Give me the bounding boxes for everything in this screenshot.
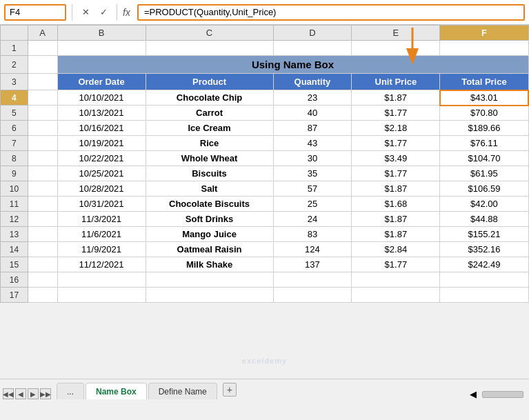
cell-quantity-8[interactable]: 30: [273, 151, 352, 166]
cell-date-5[interactable]: 10/13/2021: [57, 106, 146, 121]
cell-date-10[interactable]: 10/28/2021: [57, 181, 146, 197]
cell-total-price-14[interactable]: $352.16: [440, 242, 528, 257]
cell-total-price-5[interactable]: $70.80: [440, 106, 528, 121]
scroll-bar[interactable]: [482, 391, 523, 398]
cell-e1[interactable]: [352, 41, 440, 56]
cell-product-8[interactable]: Whole Wheat: [146, 151, 273, 166]
cell-d-17[interactable]: [273, 288, 352, 303]
cell-c1[interactable]: [146, 41, 273, 56]
cell-a-17[interactable]: [28, 288, 57, 303]
cell-a1[interactable]: [28, 41, 57, 56]
cell-product-7[interactable]: Rice: [146, 136, 273, 151]
tab-define-name[interactable]: Define Name: [148, 383, 217, 399]
cell-date-4[interactable]: 10/10/2021: [57, 90, 146, 106]
cell-quantity-11[interactable]: 25: [273, 197, 352, 212]
cell-product-4[interactable]: Chocolate Chip: [146, 90, 273, 106]
cell-unit-price-14[interactable]: $2.84: [352, 242, 440, 257]
cell-unit-price-10[interactable]: $1.87: [352, 181, 440, 197]
col-header-b[interactable]: B: [57, 26, 146, 41]
cell-unit-price-4[interactable]: $1.87: [352, 90, 440, 106]
cell-date-12[interactable]: 11/3/2021: [57, 212, 146, 227]
cell-f-17[interactable]: [440, 288, 528, 303]
confirm-icon[interactable]: ✓: [96, 5, 111, 20]
cell-quantity-4[interactable]: 23: [273, 90, 352, 106]
cell-f-16[interactable]: [440, 272, 528, 288]
cell-b-17[interactable]: [57, 288, 146, 303]
tab-nav-left-left[interactable]: ◀◀: [3, 388, 14, 399]
cell-date-9[interactable]: 10/25/2021: [57, 166, 146, 181]
tab-nav-left[interactable]: ◀: [15, 388, 26, 399]
tab-name-box[interactable]: Name Box: [86, 383, 147, 399]
cell-product-5[interactable]: Carrot: [146, 106, 273, 121]
cell-date-15[interactable]: 11/12/2021: [57, 257, 146, 272]
cell-a8[interactable]: [28, 151, 57, 166]
cell-a11[interactable]: [28, 197, 57, 212]
cell-a15[interactable]: [28, 257, 57, 272]
cell-a3[interactable]: [28, 74, 57, 90]
cell-date-7[interactable]: 10/19/2021: [57, 136, 146, 151]
cell-date-8[interactable]: 10/22/2021: [57, 151, 146, 166]
cell-a12[interactable]: [28, 212, 57, 227]
cell-unit-price-8[interactable]: $3.49: [352, 151, 440, 166]
cell-quantity-12[interactable]: 24: [273, 212, 352, 227]
cell-unit-price-12[interactable]: $1.87: [352, 212, 440, 227]
cell-total-price-8[interactable]: $104.70: [440, 151, 528, 166]
name-box[interactable]: F4: [4, 4, 66, 21]
cell-product-14[interactable]: Oatmeal Raisin: [146, 242, 273, 257]
cell-a-16[interactable]: [28, 272, 57, 288]
cell-a5[interactable]: [28, 106, 57, 121]
cell-unit-price-11[interactable]: $1.68: [352, 197, 440, 212]
col-header-c[interactable]: C: [146, 26, 273, 41]
cell-e-16[interactable]: [352, 272, 440, 288]
cell-quantity-10[interactable]: 57: [273, 181, 352, 197]
cell-b1[interactable]: [57, 41, 146, 56]
cell-unit-price-7[interactable]: $1.77: [352, 136, 440, 151]
col-header-e[interactable]: E: [352, 26, 440, 41]
tab-ellipsis[interactable]: ...: [57, 383, 84, 399]
cell-total-price-11[interactable]: $42.00: [440, 197, 528, 212]
cell-unit-price-13[interactable]: $1.87: [352, 227, 440, 242]
cell-total-price-12[interactable]: $44.88: [440, 212, 528, 227]
cell-date-13[interactable]: 11/6/2021: [57, 227, 146, 242]
add-sheet-button[interactable]: +: [223, 383, 237, 397]
col-header-f[interactable]: F: [440, 26, 528, 41]
cell-total-price-15[interactable]: $242.49: [440, 257, 528, 272]
cell-quantity-14[interactable]: 124: [273, 242, 352, 257]
cell-date-14[interactable]: 11/9/2021: [57, 242, 146, 257]
cell-product-6[interactable]: Ice Cream: [146, 121, 273, 136]
cell-unit-price-15[interactable]: $1.77: [352, 257, 440, 272]
cell-a13[interactable]: [28, 227, 57, 242]
cell-a2[interactable]: [28, 56, 57, 74]
cell-quantity-15[interactable]: 137: [273, 257, 352, 272]
cell-quantity-9[interactable]: 35: [273, 166, 352, 181]
cell-date-6[interactable]: 10/16/2021: [57, 121, 146, 136]
cell-total-price-4[interactable]: $43.01: [440, 90, 528, 106]
cell-total-price-7[interactable]: $76.11: [440, 136, 528, 151]
cell-b-16[interactable]: [57, 272, 146, 288]
cell-c-16[interactable]: [146, 272, 273, 288]
cell-a4[interactable]: [28, 90, 57, 106]
cell-quantity-7[interactable]: 43: [273, 136, 352, 151]
col-header-d[interactable]: D: [273, 26, 352, 41]
cell-product-15[interactable]: Milk Shake: [146, 257, 273, 272]
cell-total-price-13[interactable]: $155.21: [440, 227, 528, 242]
cell-f1[interactable]: [440, 41, 528, 56]
tab-nav-right-right[interactable]: ▶▶: [40, 388, 51, 399]
cell-quantity-13[interactable]: 83: [273, 227, 352, 242]
cell-d1[interactable]: [273, 41, 352, 56]
cell-quantity-6[interactable]: 87: [273, 121, 352, 136]
cell-c-17[interactable]: [146, 288, 273, 303]
cell-total-price-10[interactable]: $106.59: [440, 181, 528, 197]
formula-input[interactable]: =PRODUCT(Quantity,Unit_Price): [137, 4, 525, 21]
cell-total-price-6[interactable]: $189.66: [440, 121, 528, 136]
cancel-icon[interactable]: ✕: [78, 5, 93, 20]
cell-date-11[interactable]: 10/31/2021: [57, 197, 146, 212]
cell-a9[interactable]: [28, 166, 57, 181]
cell-product-13[interactable]: Mango Juice: [146, 227, 273, 242]
cell-a6[interactable]: [28, 121, 57, 136]
cell-a10[interactable]: [28, 181, 57, 197]
cell-a14[interactable]: [28, 242, 57, 257]
cell-unit-price-5[interactable]: $1.77: [352, 106, 440, 121]
cell-unit-price-9[interactable]: $1.77: [352, 166, 440, 181]
cell-e-17[interactable]: [352, 288, 440, 303]
